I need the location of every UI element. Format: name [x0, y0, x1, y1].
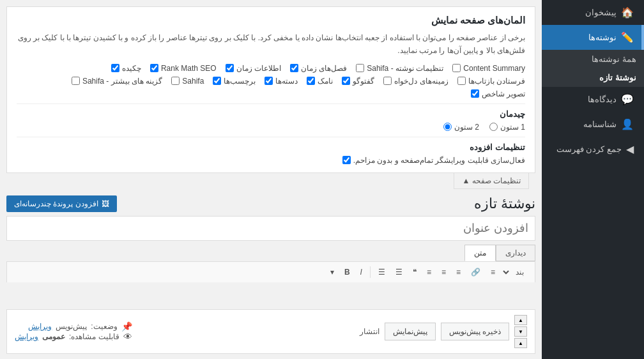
checkbox-tags-input[interactable]	[213, 77, 221, 85]
checkbox-content-summary-input[interactable]	[452, 64, 461, 72]
app-layout: 🏠 پیشخوان ✏️ نوشته‌ها همهٔ نوشته‌ها نوشت…	[0, 0, 644, 359]
checkbox-sahifa-settings-input[interactable]	[356, 64, 364, 72]
checkbox-sahifa[interactable]: Sahifa	[171, 77, 204, 86]
checkbox-categories[interactable]: دسته‌ها	[264, 77, 298, 86]
radio-col2-input[interactable]	[443, 123, 452, 131]
checkbox-send-friends-input[interactable]	[457, 77, 466, 85]
checkboxes-row-2: فرستادن بازتاب‌ها زمینه‌های دل‌خواه گفتو…	[17, 77, 525, 86]
add-media-button[interactable]: 🖼 افزودن پرونده‌ٔ چندرسانه‌ای	[6, 195, 117, 212]
home-icon: 🏠	[621, 6, 634, 19]
collapse-icon: ◀	[626, 143, 634, 155]
checkbox-send-friends[interactable]: فرستادن بازتاب‌ها	[457, 77, 525, 86]
checkbox-rank-math-input[interactable]	[150, 64, 158, 72]
move-up-btn[interactable]: ▲	[514, 315, 527, 325]
checkbox-fullscreen[interactable]: فعال‌سازی قابلیت ویرایشگر تمام‌صفحه و بد…	[17, 156, 525, 165]
status-row: 📌 وضعیت: پیش‌نویس ویرایش	[15, 321, 132, 332]
ul-btn[interactable]: ☰	[391, 265, 407, 279]
italic-btn[interactable]: I	[356, 265, 367, 279]
media-icon: 🖼	[102, 199, 109, 208]
checkbox-seasons-input[interactable]	[290, 64, 298, 72]
post-title-input[interactable]	[6, 216, 535, 241]
checkbox-seasons[interactable]: فصل‌های زمان	[290, 64, 347, 73]
post-meta: 📌 وضعیت: پیش‌نویس ویرایش 👁 قابلیت مشاهده…	[15, 321, 132, 342]
checkbox-more-options-input[interactable]	[72, 77, 80, 85]
checkbox-fullscreen-input[interactable]	[342, 156, 351, 164]
paragraph-select[interactable]: بند	[501, 264, 531, 280]
pin-icon: 📌	[121, 321, 132, 332]
sidebar-item-posts[interactable]: ✏️ نوشته‌ها	[542, 25, 644, 50]
link-btn[interactable]: 🔗	[466, 265, 485, 279]
checkbox-name[interactable]: نامک	[307, 77, 333, 86]
columns-section: چیدمان 1 ستون 2 ستون	[17, 109, 525, 132]
checkbox-rank-math[interactable]: Rank Math SEO	[150, 64, 217, 73]
checkbox-custom-fields-input[interactable]	[383, 77, 392, 85]
checkbox-discussion-input[interactable]	[342, 77, 350, 85]
sort-buttons: ▲ ▼ ▲	[514, 315, 527, 348]
sidebar-item-label: پیشخوان	[585, 8, 617, 17]
sidebar: 🏠 پیشخوان ✏️ نوشته‌ها همهٔ نوشته‌ها نوشت…	[542, 0, 644, 359]
checkbox-excerpt-input[interactable]	[111, 64, 119, 72]
align-left-btn[interactable]: ≡	[437, 265, 450, 279]
checkbox-discussion[interactable]: گفتوگو	[342, 77, 374, 86]
submenu-all-posts[interactable]: همهٔ نوشته‌ها	[542, 50, 644, 68]
divider	[17, 103, 525, 104]
checkbox-time-info-input[interactable]	[226, 64, 234, 72]
columns-label: چیدمان	[17, 109, 525, 119]
editor-toolbar: بند ≡ 🔗 ≡ ≡ ≡ ❝ ☰ ☰ I B ▾	[6, 261, 535, 282]
checkbox-featured-image-input[interactable]	[471, 89, 479, 98]
checkboxes-row-1: Content Summary تنظیمات نوشته - Sahifa ف…	[17, 64, 525, 73]
status-edit-link[interactable]: ویرایش	[28, 322, 52, 331]
checkboxes-row-3: تصویر شاخص	[17, 89, 525, 98]
sidebar-item-users[interactable]: 👤 شناسنامه	[542, 112, 644, 137]
screen-options-tab-wrapper: تنظیمات صفحه ▲	[6, 173, 535, 189]
radio-col1-input[interactable]	[489, 123, 498, 131]
sidebar-item-reader[interactable]: 🏠 پیشخوان	[542, 0, 644, 25]
checkbox-name-input[interactable]	[307, 77, 315, 85]
checkbox-featured-image[interactable]: تصویر شاخص	[471, 89, 525, 98]
visibility-edit-link[interactable]: ویرایش	[15, 332, 38, 341]
tab-text[interactable]: متن	[464, 245, 496, 261]
screen-options-tab[interactable]: تنظیمات صفحه ▲	[454, 173, 529, 189]
editor-area: نوشتهٔ تازه 🖼 افزودن پرونده‌ٔ چندرسانه‌ا…	[0, 189, 542, 307]
checkbox-tags[interactable]: برچسب‌ها	[213, 77, 256, 86]
checkbox-time-info[interactable]: اطلاعات زمان	[226, 64, 281, 73]
ol-btn[interactable]: ☰	[374, 265, 390, 279]
columns-radio-row: 1 ستون 2 ستون	[17, 123, 525, 132]
justify-btn[interactable]: ≡	[422, 265, 436, 279]
save-draft-button[interactable]: ذخیره پیش‌نویس	[441, 323, 509, 340]
screen-elements-panel: المان‌های صفحه نمایش برخی از عناصر صفحه …	[6, 6, 535, 173]
quote-btn[interactable]: ❝	[408, 265, 421, 279]
sidebar-item-label: شناسنامه	[583, 119, 617, 129]
sidebar-item-collapse[interactable]: ◀ جمع کردن فهرست	[542, 137, 644, 162]
move-top-btn[interactable]: ▲	[514, 338, 527, 348]
sidebar-item-comments[interactable]: 💬 دیدگاه‌ها	[542, 87, 644, 112]
checkbox-sahifa-settings[interactable]: تنظیمات نوشته - Sahifa	[356, 64, 443, 73]
checkbox-content-summary[interactable]: Content Summary	[452, 64, 525, 73]
advanced-label: تنظیمات افزوده	[17, 142, 525, 152]
checkbox-custom-fields[interactable]: زمینه‌های دل‌خواه	[383, 77, 448, 86]
visibility-row: 👁 قابلیت مشاهده: عمومی ویرایش	[15, 332, 132, 342]
main-content: المان‌های صفحه نمایش برخی از عناصر صفحه …	[0, 0, 542, 359]
preview-button[interactable]: پیش‌نمایش	[385, 323, 436, 340]
posts-submenu: همهٔ نوشته‌ها نوشتهٔ تازه	[542, 50, 644, 87]
sidebar-item-label: نوشته‌ها	[588, 33, 617, 42]
comments-icon: 💬	[621, 93, 634, 105]
bold-btn[interactable]: B	[340, 265, 355, 279]
page-title: نوشتهٔ تازه	[474, 195, 535, 212]
editor-tabs: دیداری متن	[464, 245, 535, 261]
align-center-btn[interactable]: ≡	[452, 265, 465, 279]
radio-col2[interactable]: 2 ستون	[443, 123, 479, 132]
radio-col1[interactable]: 1 ستون	[489, 123, 525, 132]
more-btn[interactable]: ▾	[326, 265, 339, 279]
users-icon: 👤	[621, 118, 634, 130]
checkbox-sahifa-input[interactable]	[171, 77, 180, 85]
status-value: پیش‌نویس	[56, 322, 87, 331]
checkbox-more-options[interactable]: گزینه های بیشتر - Sahifa	[72, 77, 162, 86]
checkbox-excerpt[interactable]: چکیده	[111, 64, 141, 73]
move-down-btn[interactable]: ▼	[514, 326, 527, 337]
align-right-btn[interactable]: ≡	[486, 265, 500, 279]
tab-visual[interactable]: دیداری	[496, 245, 535, 261]
checkbox-categories-input[interactable]	[264, 77, 273, 85]
screen-elements-desc: برخی از عناصر صفحه را می‌توان با استفاده…	[17, 31, 525, 57]
submenu-new-post[interactable]: نوشتهٔ تازه	[542, 68, 644, 87]
